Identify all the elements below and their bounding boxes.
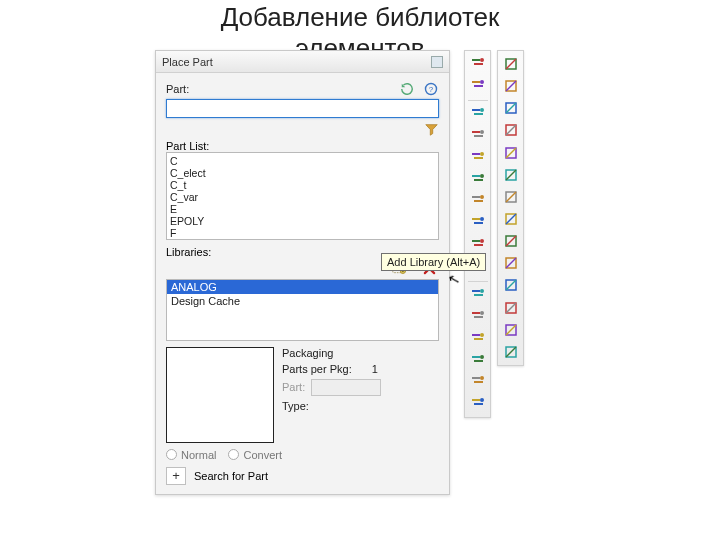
svg-point-19 — [480, 398, 484, 402]
select-mode-button[interactable] — [467, 54, 488, 74]
power-button[interactable] — [467, 213, 488, 233]
panel-title: Place Part — [162, 56, 213, 68]
ground-button[interactable] — [467, 235, 488, 255]
svg-point-16 — [480, 333, 484, 337]
junction-button[interactable] — [467, 170, 488, 190]
horiz-mirror-button[interactable] — [500, 275, 521, 295]
part-list-item[interactable]: E — [170, 203, 435, 215]
panel-dock-button[interactable] — [431, 56, 443, 68]
svg-point-4 — [480, 58, 484, 62]
part-list-item[interactable]: C_var — [170, 191, 435, 203]
draw-arc-button[interactable] — [500, 187, 521, 207]
wire-mode-button[interactable] — [467, 104, 488, 124]
bus-mode-button[interactable] — [467, 148, 488, 168]
sheet-connector-button[interactable] — [467, 286, 488, 306]
help-icon[interactable]: ? — [423, 81, 439, 97]
draw-rect-button[interactable] — [500, 143, 521, 163]
align-button[interactable] — [500, 342, 521, 362]
svg-point-10 — [480, 195, 484, 199]
part-list[interactable]: CC_electC_tC_varEEPOLYFFPOLY — [166, 152, 439, 240]
toolbar-right-2 — [497, 50, 524, 366]
label-search: Search for Part — [194, 470, 268, 482]
svg-point-9 — [480, 174, 484, 178]
misc-b-button[interactable] — [467, 373, 488, 393]
filter-icon[interactable] — [423, 121, 439, 137]
place-part-panel: Place Part Part: ? — [155, 50, 450, 495]
part-list-item[interactable]: C — [170, 155, 435, 167]
expand-search-button[interactable]: + — [166, 467, 186, 485]
part-preview — [166, 347, 274, 443]
label-parts-per-pkg: Parts per Pkg: — [282, 363, 352, 375]
label-packaging: Packaging — [282, 347, 439, 359]
label-type: Type: — [282, 400, 309, 412]
vert-mirror-button[interactable] — [500, 253, 521, 273]
svg-text:?: ? — [429, 85, 434, 94]
draw-ellipse-button[interactable] — [500, 165, 521, 185]
part-pack-select — [311, 379, 381, 396]
svg-point-8 — [480, 152, 484, 156]
rotate-button[interactable] — [500, 298, 521, 318]
svg-point-12 — [480, 239, 484, 243]
misc-c-button[interactable] — [467, 394, 488, 414]
zoom-select-button[interactable] — [500, 76, 521, 96]
label-part-list: Part List: — [166, 140, 439, 152]
label-convert: Convert — [243, 449, 282, 461]
part-input[interactable] — [166, 99, 439, 118]
part-list-item[interactable]: C_t — [170, 179, 435, 191]
part-list-item[interactable]: EPOLY — [170, 215, 435, 227]
refresh-icon[interactable] — [399, 81, 415, 97]
no-connect-button[interactable] — [467, 307, 488, 327]
svg-point-15 — [480, 311, 484, 315]
net-alias-button[interactable] — [467, 126, 488, 146]
bus-entry-button[interactable] — [467, 192, 488, 212]
svg-point-14 — [480, 289, 484, 293]
part-list-item[interactable]: F — [170, 227, 435, 239]
label-normal: Normal — [181, 449, 216, 461]
draw-line-button[interactable] — [500, 98, 521, 118]
label-part-pack: Part: — [282, 381, 305, 393]
library-item[interactable]: ANALOG — [167, 280, 438, 294]
toolbar-right-1 — [464, 50, 491, 418]
svg-point-18 — [480, 376, 484, 380]
radio-convert[interactable] — [228, 449, 239, 460]
misc-a-button[interactable] — [467, 351, 488, 371]
svg-point-6 — [480, 108, 484, 112]
pointer-button[interactable] — [500, 54, 521, 74]
svg-point-5 — [480, 80, 484, 84]
group-button[interactable] — [500, 320, 521, 340]
tooltip-add-library: Add Library (Alt+A) — [381, 253, 486, 271]
library-item[interactable]: Design Cache — [167, 294, 438, 308]
add-component-button[interactable] — [467, 76, 488, 96]
radio-normal[interactable] — [166, 449, 177, 460]
draw-polyline-button[interactable] — [500, 120, 521, 140]
part-list-item[interactable]: C_elect — [170, 167, 435, 179]
value-parts-per-pkg: 1 — [372, 363, 378, 375]
libraries-list[interactable]: ANALOGDesign Cache — [166, 279, 439, 341]
off-page-button[interactable] — [467, 329, 488, 349]
part-list-item[interactable]: FPOLY — [170, 239, 435, 240]
svg-point-11 — [480, 217, 484, 221]
svg-point-17 — [480, 355, 484, 359]
svg-point-7 — [480, 130, 484, 134]
image-button[interactable] — [500, 209, 521, 229]
text-tool-button[interactable] — [500, 231, 521, 251]
panel-titlebar[interactable]: Place Part — [156, 51, 449, 73]
label-part: Part: — [166, 83, 189, 95]
